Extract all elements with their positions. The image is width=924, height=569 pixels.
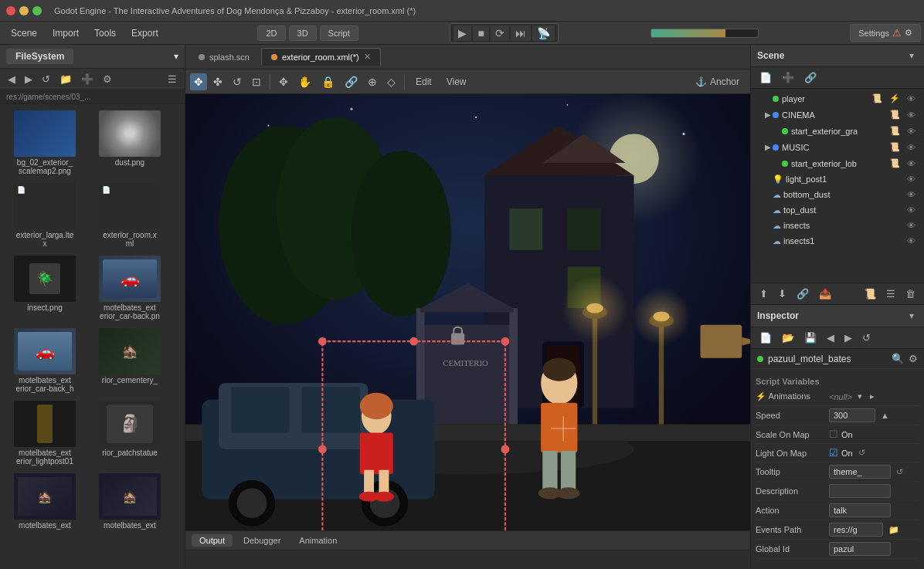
- file-item[interactable]: motelbates_exterior_lightpost01: [3, 398, 87, 469]
- inspector-undo-button[interactable]: ↺: [858, 330, 875, 345]
- settings-button[interactable]: Settings ⚠ ⚙: [850, 24, 921, 42]
- inspector-prev-button[interactable]: ◀: [823, 330, 838, 345]
- menu-tools[interactable]: Tools: [87, 25, 124, 42]
- menu-export[interactable]: Export: [124, 25, 166, 42]
- step-button[interactable]: ⏭: [511, 25, 531, 41]
- stop-button[interactable]: ■: [473, 25, 488, 41]
- tree-eye-button[interactable]: 👁: [905, 93, 918, 104]
- file-item[interactable]: 🏚️ motelbates_ext: [88, 470, 172, 533]
- 3d-button[interactable]: 3D: [289, 25, 317, 41]
- animations-dropdown-button[interactable]: ▾: [855, 391, 865, 402]
- debug-button[interactable]: 📡: [532, 25, 555, 41]
- fs-settings-button[interactable]: ⚙: [100, 72, 115, 86]
- scene-tree-expand-button[interactable]: 📤: [815, 286, 835, 301]
- tree-item-insects[interactable]: ☁ insects 👁: [751, 218, 924, 233]
- global-id-input[interactable]: [829, 542, 891, 556]
- light-on-map-checkbox[interactable]: ☑: [829, 447, 838, 459]
- tree-item-insects1[interactable]: ☁ insects1 👁: [751, 233, 924, 249]
- file-item[interactable]: 🚗 motelbates_exterior_car-back_h: [3, 325, 87, 396]
- anchor-button[interactable]: ⚓ Anchor: [689, 74, 746, 90]
- lock-tool-button[interactable]: 🔒: [318, 73, 338, 90]
- scene-tree-filter-button[interactable]: 🔗: [793, 286, 813, 301]
- tree-eye-button[interactable]: 👁: [905, 189, 918, 200]
- tree-script-button[interactable]: 📜: [887, 125, 902, 137]
- scene-tree-down-button[interactable]: ⬇: [774, 286, 790, 301]
- file-item[interactable]: bg_02_exterior_scalemap2.png: [3, 107, 87, 178]
- tree-arrow[interactable]: ▶: [763, 143, 773, 151]
- inspector-save[interactable]: 💾: [800, 330, 820, 345]
- tree-item-light-post1[interactable]: 💡 light_post1 👁: [751, 171, 924, 187]
- file-item[interactable]: 🏚️ motelbates_ext: [3, 470, 87, 533]
- add-tool-button[interactable]: ⊕: [364, 73, 381, 90]
- menu-import[interactable]: Import: [45, 25, 87, 42]
- viewport[interactable]: CEMITERIO: [185, 94, 750, 530]
- tab-close-button[interactable]: ✕: [364, 52, 371, 62]
- file-item[interactable]: 🚗 motelbates_exterior_car-back.pn: [88, 252, 172, 323]
- inspector-history-back[interactable]: 📄: [756, 330, 776, 345]
- tab-splash[interactable]: splash.scn: [189, 49, 260, 66]
- window-controls[interactable]: [6, 6, 42, 15]
- file-item[interactable]: 🏚️ rior_cementery_: [88, 325, 172, 396]
- filesystem-title[interactable]: FileSystem: [6, 49, 73, 64]
- scene-new-node-button[interactable]: 📄: [756, 70, 776, 85]
- tree-script-button[interactable]: 📜: [887, 109, 902, 120]
- tree-eye-button[interactable]: 👁: [905, 174, 918, 185]
- tree-signal-button[interactable]: ⚡: [887, 93, 902, 104]
- file-item[interactable]: 📄 exterior_room.xml: [88, 180, 172, 251]
- fs-add-button[interactable]: ➕: [78, 72, 97, 86]
- move-tool-button[interactable]: ✤: [209, 73, 226, 90]
- fs-refresh-button[interactable]: ↺: [39, 72, 53, 86]
- action-input[interactable]: [829, 503, 891, 517]
- fs-list-view-button[interactable]: ☰: [165, 72, 180, 86]
- tree-eye-button[interactable]: 👁: [905, 157, 918, 169]
- edit-menu-button[interactable]: Edit: [409, 74, 438, 90]
- scale-tool-button[interactable]: ⊡: [248, 73, 265, 90]
- inspector-gear-button[interactable]: ⚙: [909, 353, 918, 364]
- play-button[interactable]: ▶: [454, 25, 471, 41]
- fs-back-button[interactable]: ◀: [5, 72, 19, 86]
- transport-controls[interactable]: ▶ ■ ⟳ ⏭ 📡: [450, 23, 558, 43]
- scene-expand-icon[interactable]: ▾: [905, 49, 918, 63]
- speed-input[interactable]: [829, 408, 875, 422]
- tooltip-reset-button[interactable]: ↺: [894, 466, 905, 478]
- scene-tree-script-view-button[interactable]: 📜: [860, 286, 880, 301]
- tree-item-cinema[interactable]: ▶ CINEMA 📜 👁: [751, 107, 924, 123]
- scale-on-map-checkbox[interactable]: ☐: [829, 428, 838, 440]
- light-on-map-reset-button[interactable]: ↺: [856, 447, 868, 459]
- tree-eye-button[interactable]: 👁: [905, 235, 918, 246]
- tree-script-button[interactable]: 📜: [887, 141, 902, 153]
- scene-tree-delete-button[interactable]: 🗑: [902, 286, 919, 301]
- tree-script-button[interactable]: 📜: [887, 157, 902, 169]
- select-tool-button[interactable]: ✥: [190, 73, 207, 90]
- script-button[interactable]: Script: [320, 25, 358, 41]
- tab-exterior[interactable]: exterior_room.xml(*) ✕: [261, 48, 381, 66]
- scene-tree-list-button[interactable]: ☰: [882, 286, 899, 301]
- scene-add-child-button[interactable]: ➕: [778, 70, 798, 85]
- animations-expand-button[interactable]: ▸: [868, 391, 877, 402]
- tree-item-start-lob[interactable]: start_exterior_lob 📜 👁: [751, 155, 924, 171]
- transform-tool-button[interactable]: ✥: [275, 73, 292, 90]
- file-item[interactable]: 🗿 rior_patchstatue: [88, 398, 172, 469]
- tree-item-start-gra[interactable]: start_exterior_gra 📜 👁: [751, 123, 924, 139]
- menu-scene[interactable]: Scene: [3, 25, 45, 42]
- tree-eye-button[interactable]: 👁: [905, 205, 918, 215]
- tab-output[interactable]: Output: [192, 534, 233, 547]
- tree-eye-button[interactable]: 👁: [905, 220, 918, 231]
- tree-item-music[interactable]: ▶ MUSIC 📜 👁: [751, 139, 924, 155]
- maximize-button[interactable]: [32, 6, 42, 15]
- minimize-button[interactable]: [19, 6, 29, 15]
- pause-button[interactable]: ⟳: [491, 25, 509, 41]
- tree-item-top-dust[interactable]: ☁ top_dust 👁: [751, 202, 924, 218]
- description-input[interactable]: [829, 484, 891, 498]
- fs-forward-button[interactable]: ▶: [22, 72, 36, 86]
- 2d-button[interactable]: 2D: [257, 25, 285, 41]
- file-item[interactable]: 🪲 insect.png: [3, 252, 87, 323]
- file-item[interactable]: 📄 exterior_larga.ltex: [3, 180, 87, 251]
- tree-eye-button[interactable]: 👁: [905, 109, 918, 120]
- tab-debugger[interactable]: Debugger: [236, 534, 288, 547]
- link-tool-button[interactable]: 🔗: [341, 73, 362, 90]
- tree-eye-button[interactable]: 👁: [905, 125, 918, 137]
- scene-tree-up-button[interactable]: ⬆: [756, 286, 772, 301]
- tree-item-player[interactable]: player 📜 ⚡ 👁: [751, 90, 924, 107]
- file-item[interactable]: dust.png: [88, 107, 172, 178]
